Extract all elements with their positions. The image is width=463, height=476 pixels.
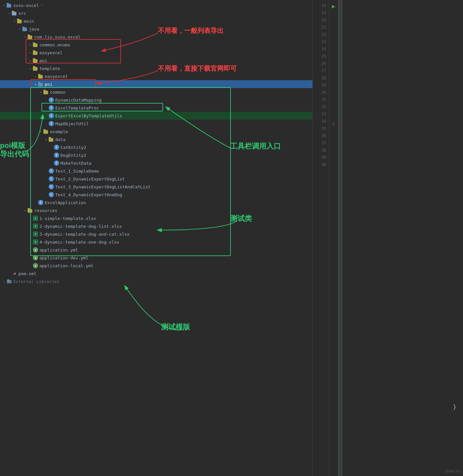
icon-external-libs [7,279,12,284]
folder-icon-data-sub [49,137,54,142]
tree-item-MakeTestData[interactable]: C MakeTestData [0,159,312,167]
tree-item-xlsx1[interactable]: x 1-simple-template.xlsx [0,214,312,222]
folder-icon-root [7,3,12,8]
tree-item-com[interactable]: com.liu.susu.excel [0,33,312,41]
line-25: 25 [313,53,326,60]
class-icon-MakeTestData: C [54,160,59,166]
excel-icon-4: x [33,239,38,245]
tree-item-common-enums[interactable]: common.enums [0,41,312,49]
arrow-poi-sel [33,83,38,86]
tree-item-CatEntity2[interactable]: C CatEntity2 [0,143,312,151]
arrow-root [1,4,7,7]
run-icon[interactable]: ▶ [332,3,335,10]
svg-rect-1 [7,279,9,281]
line-30: 30 [313,89,326,96]
line-19: 19 [313,9,326,16]
tree-item-common-sub[interactable]: common [0,88,312,96]
tree-item-ExcelApplication[interactable]: C ExcelApplication [0,199,312,206]
label-data-sub: data [55,137,65,142]
folder-icon-example-sub [43,129,49,134]
tree-item-java[interactable]: java [0,25,312,33]
folder-icon-template [33,66,38,71]
tree-item-xlsx3[interactable]: x 3-dynamic-template-dog-and-cat.xlsx [0,230,312,238]
tree-item-ExportExcelByTemplateUtils[interactable]: C ExportExcelByTemplateUtils [0,112,312,120]
label-Test3: Test_3_DynamicExportDogListAndCatList [55,184,151,189]
line-38: 38 [313,147,326,154]
folder-icon-poi-pkg [33,58,38,63]
tree-item-application-dev-yml[interactable]: y application-dev.yml [0,254,312,262]
line-23: 23 [313,38,326,45]
class-icon-Test1: C [49,168,54,174]
line-29: 29 [313,82,326,89]
arrow-resources [22,209,28,212]
arrow-com [22,35,28,39]
tree-item-root[interactable]: susu-excel ~ [0,1,312,9]
label-application-yml: application.yml [39,248,78,252]
folder-icon-com [28,35,33,39]
tree-item-DynamicDataMapping[interactable]: C DynamicDataMapping [0,96,312,104]
tree-item-Test4[interactable]: C Test_4_DynamicExportOneDog [0,191,312,199]
label-DogEntity2: DogEntity2 [61,153,86,158]
label-main: main [24,19,34,24]
label-MakeTestData: MakeTestData [61,161,91,166]
arrow-common-sub [38,90,43,94]
line-27: 27 [313,67,326,74]
tree-item-poi-pkg[interactable]: poi [0,57,312,64]
label-resources: resources [34,208,57,213]
tree-item-ExcelTemplateProc[interactable]: C ExcelTemplateProc [0,104,312,112]
arrow-poi-pkg [28,59,33,62]
line-21: 21 [313,24,326,31]
annotation-green4: 测试模版 [161,322,190,332]
tree-item-src[interactable]: src [0,9,312,17]
tree-item-template[interactable]: template [0,64,312,72]
tree-item-xlsx2[interactable]: x 2-dynamic-template-dog-list.xlsx [0,222,312,230]
label-easyexcel-pkg: easyexcel [39,50,62,55]
label-java: java [29,27,39,32]
tree-item-DogEntity2[interactable]: C DogEntity2 [0,151,312,159]
line-33: 33 [313,110,326,118]
excel-icon-2: x [33,224,38,229]
root-tilde: ~ [41,3,43,8]
folder-icon-common-enums [33,42,38,47]
label-xlsx3: 3-dynamic-template-dog-and-cat.xlsx [39,232,130,237]
tree-item-Test1[interactable]: C Test_1_SimpleDemo [0,167,312,175]
tree-item-MapObjectUtil[interactable]: C MapObjectUtil [0,120,312,128]
arrow-common-enums [28,43,33,47]
arrow-example-sub [38,130,43,133]
label-poi-sel: poi [45,82,52,87]
folder-icon-src [12,11,17,15]
class-icon-CatEntity2: C [54,145,59,150]
line-39: 39 [313,154,326,161]
folder-icon-resources [28,208,33,213]
line-20: 20 [313,16,326,24]
excel-icon-3: x [33,231,38,237]
tree-item-pom[interactable]: m pom.xml [0,270,312,277]
class-icon-ExportExcelByTemplateUtils: C [49,113,54,118]
tree-item-resources[interactable]: resources [0,206,312,214]
line-26: 26 [313,60,326,67]
tree-item-example-sub[interactable]: example [0,128,312,135]
folder-icon-easyexcel-sub [38,74,43,79]
tree-item-application-yml[interactable]: y application.yml [0,246,312,254]
yml-icon-dev: y [33,255,38,260]
tree-item-easyexcel-sub[interactable]: easyexcel [0,72,312,80]
gutter-panel: ▶ ⌂ [329,0,338,476]
arrow-java [17,27,22,31]
tree-item-main[interactable]: main [0,17,312,25]
closing-brace: } [453,403,456,410]
maven-icon-pom: m [12,271,17,276]
label-xlsx2: 2-dynamic-template-dog-list.xlsx [39,224,122,229]
class-icon-DogEntity2: C [54,153,59,158]
tree-item-application-local-yml[interactable]: y application-local.yml [0,262,312,270]
tree-item-Test3[interactable]: C Test_3_DynamicExportDogListAndCatList [0,183,312,191]
tree-item-external-libs[interactable]: External Libraries [0,277,312,285]
tree-item-poi-sel[interactable]: poi [0,80,312,88]
tree-item-data-sub[interactable]: data [0,135,312,143]
watermark: znwx.cn [445,468,460,473]
scroll-track[interactable] [338,0,343,476]
yml-icon-app: y [33,247,38,252]
tree-item-xlsx4[interactable]: x 4-dynamic-template-one-dog.xlsx [0,238,312,246]
label-pom: pom.xml [18,271,37,276]
tree-item-Test2[interactable]: C Test_2_DynamicExportDogList [0,175,312,183]
tree-item-easyexcel-pkg[interactable]: easyexcel [0,49,312,57]
